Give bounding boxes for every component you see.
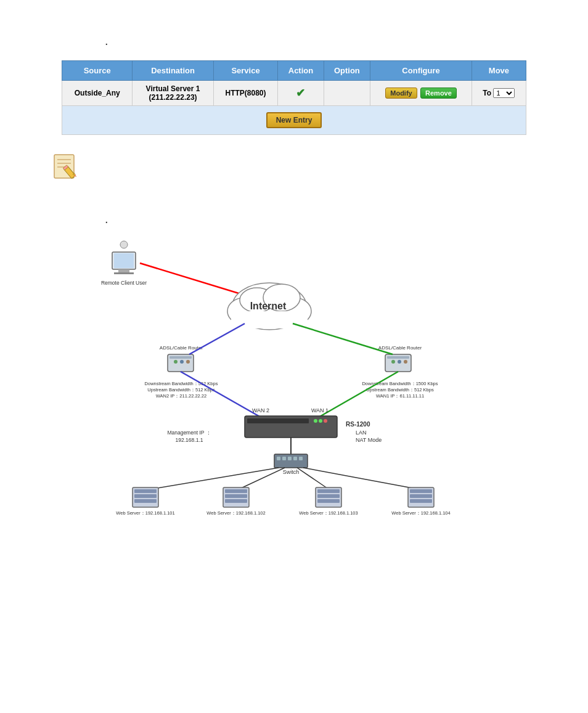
server4-label: Web Server：192.168.1.104 [391, 510, 450, 516]
col-header-action: Action [278, 61, 324, 81]
service-cell: HTTP(8080) [213, 81, 278, 106]
svg-line-49 [303, 468, 422, 490]
remove-button[interactable]: Remove [420, 88, 457, 99]
col-header-configure: Configure [370, 61, 472, 81]
svg-line-46 [146, 468, 279, 490]
svg-point-12 [120, 241, 128, 248]
remote-client-label: Remote Client User [101, 280, 147, 286]
destination-line2: (211.22.22.23) [149, 93, 197, 102]
left-router-line4: WAN2 IP：211.22.22.22 [156, 393, 206, 399]
management-ip: 192.168.1.1 [176, 437, 203, 443]
new-entry-button[interactable]: New Entry [266, 112, 322, 128]
server2-label: Web Server：192.168.1.102 [206, 510, 265, 516]
svg-point-28 [398, 360, 401, 364]
svg-rect-19 [231, 311, 308, 328]
svg-rect-55 [225, 489, 247, 493]
note-icon [49, 147, 83, 181]
source-cell: Outside_Any [62, 81, 133, 106]
svg-rect-65 [410, 499, 432, 503]
svg-line-48 [297, 468, 330, 490]
svg-rect-63 [410, 489, 432, 493]
svg-point-37 [319, 419, 322, 423]
svg-rect-26 [387, 356, 409, 359]
svg-point-36 [314, 419, 317, 423]
svg-rect-56 [225, 494, 247, 498]
svg-rect-35 [247, 418, 309, 423]
destination-cell: Virtual Server 1 (211.22.22.23) [133, 81, 213, 106]
svg-rect-52 [134, 494, 157, 498]
rs1200-label: RS-1200 [346, 421, 370, 428]
col-header-service: Service [213, 61, 278, 81]
svg-point-24 [186, 360, 190, 364]
svg-rect-40 [274, 454, 308, 468]
col-header-source: Source [62, 61, 133, 81]
svg-rect-61 [317, 499, 340, 503]
svg-rect-57 [225, 499, 247, 503]
svg-rect-53 [134, 499, 157, 503]
middle-dot: . [0, 194, 588, 232]
svg-rect-43 [288, 457, 292, 460]
svg-rect-11 [114, 253, 134, 268]
svg-rect-64 [410, 494, 432, 498]
top-dot: . [0, 0, 588, 54]
right-router-line3: Upstream Bandwidth：512 Kbps [366, 387, 434, 393]
svg-rect-21 [169, 356, 192, 359]
destination-line1: Virtual Server 1 [146, 84, 200, 93]
note-section [49, 147, 539, 181]
svg-rect-51 [134, 489, 157, 493]
diagram-svg: Remote Client User Internet ADSL/Cable R… [78, 238, 510, 534]
action-cell: ✔ [278, 81, 324, 106]
firewall-rules-table: Source Destination Service Action Option… [62, 60, 526, 135]
svg-point-23 [180, 360, 184, 364]
svg-line-31 [293, 324, 393, 354]
svg-rect-59 [317, 489, 340, 493]
switch-label: Switch [283, 469, 300, 475]
svg-rect-42 [282, 457, 286, 460]
configure-cell: Modify Remove [370, 81, 472, 106]
option-cell [324, 81, 370, 106]
new-entry-row: New Entry [62, 106, 526, 135]
new-entry-cell: New Entry [62, 106, 526, 135]
wan2-label: WAN 2 [252, 407, 269, 414]
lan-label: LAN [356, 430, 367, 436]
network-diagram: Remote Client User Internet ADSL/Cable R… [78, 238, 510, 534]
svg-point-27 [391, 360, 395, 364]
svg-rect-60 [317, 494, 340, 498]
col-header-option: Option [324, 61, 370, 81]
server3-label: Web Server：192.168.1.103 [299, 510, 357, 516]
svg-rect-9 [118, 269, 129, 272]
svg-point-29 [404, 360, 407, 364]
wan1-label: WAN 1 [311, 407, 329, 414]
svg-line-13 [140, 263, 251, 297]
svg-point-38 [324, 419, 327, 423]
svg-point-22 [174, 360, 178, 364]
svg-line-30 [189, 324, 245, 354]
internet-label: Internet [250, 301, 287, 311]
move-cell: To 1 [472, 81, 526, 106]
table-row: Outside_Any Virtual Server 1 (211.22.22.… [62, 81, 526, 106]
svg-rect-10 [114, 272, 134, 274]
management-label: Management IP ： [167, 430, 211, 436]
left-router-line2: Downstream Bandwidth：512 Kbps [145, 381, 218, 386]
svg-rect-41 [277, 457, 280, 460]
action-checkmark: ✔ [296, 87, 305, 99]
svg-rect-44 [293, 457, 297, 460]
server1-label: Web Server：192.168.1.101 [116, 510, 174, 516]
nat-label: NAT Mode [356, 437, 382, 443]
move-label: To [483, 89, 491, 97]
svg-rect-45 [299, 457, 303, 460]
col-header-move: Move [472, 61, 526, 81]
right-router-line1: ADSL/Cable Router [378, 345, 422, 351]
firewall-table-section: Source Destination Service Action Option… [62, 60, 526, 135]
move-select[interactable]: 1 [493, 88, 515, 98]
left-router-line3: Upstream Bandwidth：512 Kbps [147, 387, 215, 393]
col-header-destination: Destination [133, 61, 213, 81]
right-router-line4: WAN1 IP：61.11.11.11 [376, 393, 424, 399]
modify-button[interactable]: Modify [385, 88, 417, 99]
